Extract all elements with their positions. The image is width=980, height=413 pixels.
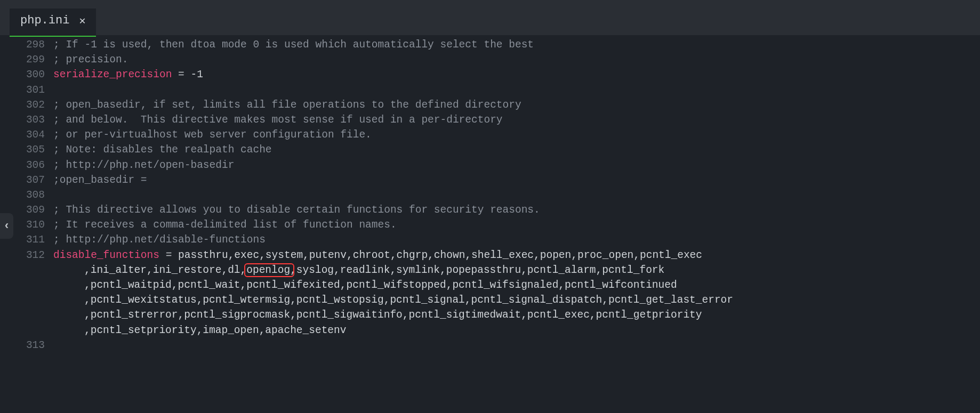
- code-content: ,pcntl_setpriority,imap_open,apache_sete…: [53, 323, 980, 338]
- code-content: ,pcntl_strerror,pcntl_sigprocmask,pcntl_…: [53, 307, 980, 322]
- code-content: ; or per-virtualhost web server configur…: [53, 127, 980, 142]
- code-line[interactable]: 304; or per-virtualhost web server confi…: [0, 127, 980, 142]
- code-content: ; If -1 is used, then dtoa mode 0 is use…: [53, 37, 980, 52]
- code-content: ; and below. This directive makes most s…: [53, 112, 980, 127]
- code-content: ; This directive allows you to disable c…: [53, 203, 980, 217]
- line-number: 303: [0, 112, 53, 127]
- code-content: serialize_precision = -1: [53, 67, 980, 82]
- code-content: ; Note: disables the realpath cache: [53, 142, 980, 157]
- line-number: 300: [0, 67, 53, 82]
- code-line[interactable]: ,pcntl_strerror,pcntl_sigprocmask,pcntl_…: [0, 307, 980, 322]
- code-content: ; open_basedir, if set, limits all file …: [53, 98, 980, 112]
- code-line[interactable]: 303; and below. This directive makes mos…: [0, 112, 980, 127]
- line-number: 302: [0, 98, 53, 112]
- code-line[interactable]: 307;open_basedir =: [0, 173, 980, 188]
- code-line[interactable]: 310; It receives a comma-delimited list …: [0, 217, 980, 232]
- code-content: ; It receives a comma-delimited list of …: [53, 217, 980, 232]
- code-line[interactable]: 300serialize_precision = -1: [0, 67, 980, 82]
- line-number: 301: [0, 83, 53, 98]
- code-line[interactable]: 301: [0, 83, 980, 98]
- editor-tab[interactable]: php.ini ✕: [10, 9, 96, 37]
- code-content: ; http://php.net/open-basedir: [53, 158, 980, 173]
- tab-filename: php.ini: [20, 14, 69, 27]
- code-line[interactable]: 311; http://php.net/disable-functions: [0, 232, 980, 247]
- line-number: 313: [0, 338, 53, 353]
- code-editor[interactable]: 298; If -1 is used, then dtoa mode 0 is …: [0, 35, 980, 353]
- line-number: 308: [0, 188, 53, 203]
- code-line[interactable]: 313: [0, 338, 980, 353]
- chevron-left-icon: ‹: [3, 220, 10, 233]
- code-line[interactable]: ,pcntl_wexitstatus,pcntl_wtermsig,pcntl_…: [0, 293, 980, 307]
- code-content: ; http://php.net/disable-functions: [53, 232, 980, 247]
- code-content: ;open_basedir =: [53, 173, 980, 188]
- code-line[interactable]: 299; precision.: [0, 52, 980, 67]
- code-line[interactable]: 302; open_basedir, if set, limits all fi…: [0, 98, 980, 112]
- code-content: ,pcntl_waitpid,pcntl_wait,pcntl_wifexite…: [53, 278, 980, 293]
- line-number: 312: [0, 248, 53, 263]
- close-icon[interactable]: ✕: [79, 14, 85, 27]
- code-line[interactable]: 298; If -1 is used, then dtoa mode 0 is …: [0, 37, 980, 52]
- line-number: 305: [0, 142, 53, 157]
- sidebar-toggle[interactable]: ‹: [0, 213, 13, 239]
- code-line[interactable]: 305; Note: disables the realpath cache: [0, 142, 980, 157]
- line-number: 304: [0, 127, 53, 142]
- code-content: ; precision.: [53, 52, 980, 67]
- code-content: ,pcntl_wexitstatus,pcntl_wtermsig,pcntl_…: [53, 293, 980, 307]
- code-line[interactable]: 308: [0, 188, 980, 203]
- code-content: disable_functions = passthru,exec,system…: [53, 248, 980, 263]
- code-line[interactable]: 309; This directive allows you to disabl…: [0, 203, 980, 217]
- line-number: 307: [0, 173, 53, 188]
- code-line[interactable]: 306; http://php.net/open-basedir: [0, 158, 980, 173]
- code-line[interactable]: ,pcntl_waitpid,pcntl_wait,pcntl_wifexite…: [0, 278, 980, 293]
- code-line[interactable]: ,pcntl_setpriority,imap_open,apache_sete…: [0, 323, 980, 338]
- code-content: ,ini_alter,ini_restore,dl,openlog,syslog…: [53, 263, 980, 278]
- code-line[interactable]: ,ini_alter,ini_restore,dl,openlog,syslog…: [0, 263, 980, 278]
- code-line[interactable]: 312disable_functions = passthru,exec,sys…: [0, 248, 980, 263]
- line-number: 299: [0, 52, 53, 67]
- tab-bar: php.ini ✕: [0, 0, 980, 35]
- line-number: 306: [0, 158, 53, 173]
- line-number: 298: [0, 37, 53, 52]
